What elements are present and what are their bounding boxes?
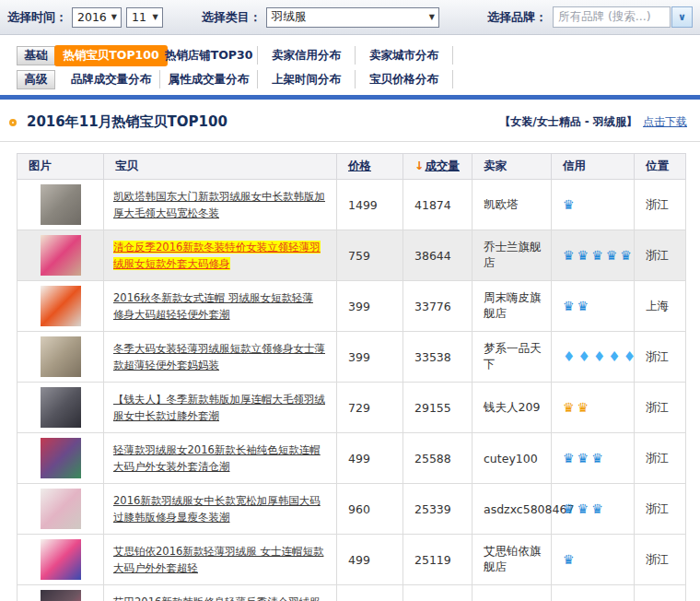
- price-cell: 399: [337, 281, 403, 332]
- blue-diamond-icon: ♦: [578, 348, 589, 365]
- product-title-link[interactable]: 2016新款羽绒服女中长款宽松加厚韩国大码过膝韩版修身显瘦冬装潮: [113, 494, 321, 524]
- product-thumbnail[interactable]: [41, 286, 81, 326]
- tab-label: 上架时间分布: [272, 72, 341, 88]
- blue-crown-icon: ♛: [591, 248, 603, 263]
- product-title-link[interactable]: 【钱夫人】冬季新款韩版加厚连帽大毛领羽绒服女中长款过膝外套潮: [113, 393, 325, 422]
- tab-seller-city-distribution[interactable]: 卖家城市分布: [356, 46, 453, 65]
- sort-desc-arrow-icon: ↓: [414, 159, 424, 172]
- blue-crown-icon: ♛: [578, 501, 589, 516]
- table-row: 艾思铂依2016新款轻薄羽绒服 女士连帽短款大码户外外套超轻 499 25119…: [18, 535, 686, 585]
- column-header: 卖家: [472, 154, 552, 180]
- seller-cell: 钱夫人209: [472, 383, 552, 433]
- credit-cell: ♛♛♛: [552, 484, 635, 535]
- tab-seller-credit-distribution[interactable]: 卖家信用分布: [258, 46, 356, 65]
- bullet-icon: [9, 119, 17, 126]
- price-cell: 499: [337, 433, 403, 484]
- tab-label: 品牌成交量分布: [71, 72, 152, 88]
- title-cell: 凯欧塔韩国东大门新款羽绒服女中长款韩版加厚大毛领大码宽松冬装: [104, 180, 337, 230]
- location-cell: 浙江: [635, 484, 686, 535]
- credit-cell: ♛: [552, 535, 635, 585]
- sort-link[interactable]: 价格: [348, 159, 371, 172]
- title-cell: 2016秋冬新款女式连帽 羽绒服女短款轻薄 修身大码超轻轻便外套潮: [104, 281, 337, 332]
- sales-cell: 41874: [403, 180, 472, 230]
- product-title-link[interactable]: 凯欧塔韩国东大门新款羽绒服女中长款韩版加厚大毛领大码宽松冬装: [113, 190, 325, 219]
- brand-dropdown-button[interactable]: ∨: [671, 6, 693, 28]
- product-thumbnail[interactable]: [41, 590, 81, 601]
- product-thumbnail[interactable]: [41, 489, 81, 529]
- product-title-link[interactable]: 2016秋冬新款女式连帽 羽绒服女短款轻薄 修身大码超轻轻便外套潮: [113, 291, 313, 321]
- category-filter-label: 选择类目：: [202, 9, 262, 26]
- brand-filter-label: 选择品牌：: [487, 9, 547, 26]
- title-cell: 2016新款羽绒服女中长款宽松加厚韩国大码过膝韩版修身显瘦冬装潮: [104, 484, 337, 535]
- product-thumbnail[interactable]: [41, 235, 81, 276]
- blue-crown-icon: ♛: [563, 248, 575, 263]
- tab-brand-volume-distribution[interactable]: 品牌成交量分布: [63, 70, 160, 88]
- product-title-link[interactable]: 艾思铂依2016新款轻薄羽绒服 女士连帽短款大码户外外套超轻: [113, 545, 323, 574]
- chevron-down-icon: ∨: [678, 11, 686, 23]
- product-title-link[interactable]: 清仓反季2016新款冬装特价女装立领轻薄羽绒服女短款外套大码修身: [113, 241, 321, 270]
- sort-link[interactable]: 成交量: [425, 159, 460, 172]
- sales-cell: 33776: [403, 281, 472, 332]
- image-cell: [18, 383, 104, 433]
- location-cell: 浙江: [635, 433, 686, 484]
- table-row: 2016新款羽绒服女中长款宽松加厚韩国大码过膝韩版修身显瘦冬装潮 960 253…: [18, 484, 686, 535]
- product-thumbnail[interactable]: [41, 184, 81, 225]
- tab-label: 属性成交量分布: [169, 72, 250, 88]
- year-select-value: 2016: [77, 10, 107, 24]
- product-thumbnail[interactable]: [41, 336, 81, 377]
- product-thumbnail[interactable]: [41, 539, 81, 580]
- sales-cell: 25119: [403, 535, 472, 585]
- tabs-section: 基础 热销宝贝TOP100 热销店铺TOP30 卖家信用分布 卖家城市分布 高级…: [0, 35, 700, 100]
- tab-listing-time-distribution[interactable]: 上架时间分布: [258, 70, 356, 88]
- chevron-down-icon: ▼: [111, 13, 117, 21]
- product-title-link[interactable]: 茄田2016新款韩版修身轻薄反季清仓羽绒服女短款连: [113, 595, 321, 601]
- blue-diamond-icon: ♦: [608, 348, 620, 365]
- product-title-link[interactable]: 轻薄款羽绒服女2016新款长袖纯色短款连帽大码户外女装外套清仓潮: [113, 443, 321, 473]
- tab-item-price-distribution[interactable]: 宝贝价格分布: [356, 70, 453, 88]
- credit-cell: ♛: [552, 180, 635, 230]
- brand-search-input[interactable]: 所有品牌 (搜索...): [553, 6, 671, 28]
- seller-cell: 凯欧塔: [472, 180, 552, 230]
- tab-hot-items-top100[interactable]: 热销宝贝TOP100: [63, 46, 160, 65]
- seller-cell: 周末嗨皮旗舰店: [472, 281, 552, 332]
- product-title-link[interactable]: 冬季大码女装轻薄羽绒服短款立领修身女士薄款超薄轻便外套妈妈装: [113, 342, 325, 371]
- column-header[interactable]: ↓成交量: [403, 154, 472, 180]
- blue-diamond-icon: ♦: [593, 348, 605, 365]
- tab-attribute-volume-distribution[interactable]: 属性成交量分布: [160, 70, 258, 88]
- page-header: 2016年11月热销宝贝TOP100 【女装/女士精品 - 羽绒服】 点击下载: [0, 100, 700, 142]
- download-link[interactable]: 点击下载: [643, 114, 687, 130]
- advanced-tabs-label: 高级: [17, 70, 55, 89]
- blue-crown-icon: ♛: [563, 197, 575, 212]
- chevron-down-icon: ▼: [153, 13, 158, 21]
- sales-cell: 25339: [403, 484, 472, 535]
- blue-crown-icon: ♛: [578, 248, 589, 263]
- location-cell: 浙江: [635, 180, 686, 230]
- table-header-row: 图片宝贝价格↓成交量卖家信用位置: [18, 154, 686, 180]
- category-select-value: 羽绒服: [272, 9, 307, 25]
- blue-crown-icon: ♛: [620, 248, 632, 263]
- chevron-down-icon: ▼: [429, 13, 435, 21]
- seller-cell: cutey100: [472, 433, 552, 484]
- title-cell: 冬季大码女装轻薄羽绒服短款立领修身女士薄款超薄轻便外套妈妈装: [104, 332, 337, 383]
- price-cell: 960: [337, 484, 403, 535]
- product-thumbnail[interactable]: [41, 387, 81, 428]
- location-cell: 浙江: [635, 535, 686, 585]
- blue-diamond-icon: ♦: [624, 348, 636, 365]
- column-header[interactable]: 价格: [337, 154, 403, 180]
- image-cell: [18, 433, 104, 484]
- top100-table: 图片宝贝价格↓成交量卖家信用位置 凯欧塔韩国东大门新款羽绒服女中长款韩版加厚大毛…: [17, 153, 686, 601]
- title-cell: 茄田2016新款韩版修身轻薄反季清仓羽绒服女短款连: [104, 585, 337, 601]
- location-cell: 上海: [635, 281, 686, 332]
- tab-hot-shops-top30[interactable]: 热销店铺TOP30: [160, 46, 258, 65]
- location-cell: [635, 585, 686, 601]
- category-path: 【女装/女士精品 - 羽绒服】: [499, 114, 637, 130]
- blue-crown-icon: ♛: [591, 451, 603, 465]
- month-select[interactable]: 11 ▼: [126, 7, 163, 28]
- location-cell: 浙江: [635, 383, 686, 433]
- category-select[interactable]: 羽绒服 ▼: [266, 7, 439, 28]
- location-cell: 浙江: [635, 332, 686, 383]
- image-cell: [18, 332, 104, 383]
- seller-cell: [472, 585, 552, 601]
- year-select[interactable]: 2016 ▼: [72, 7, 122, 28]
- product-thumbnail[interactable]: [41, 438, 81, 478]
